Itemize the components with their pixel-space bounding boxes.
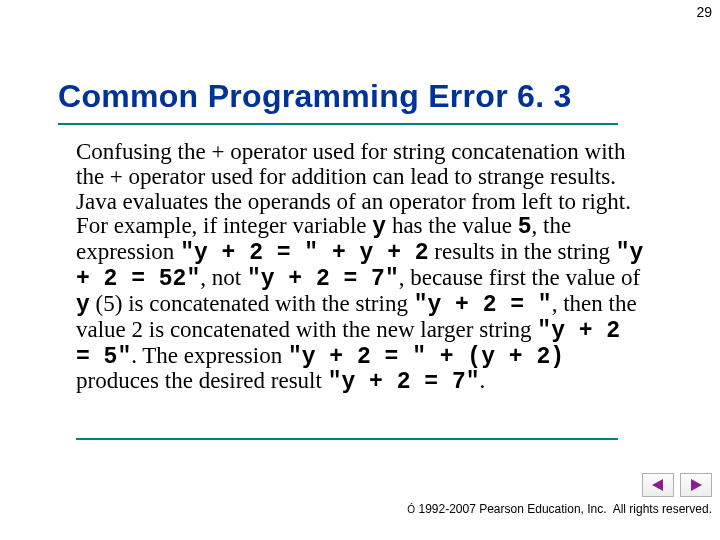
- body-run: , because first the value of: [399, 265, 640, 290]
- code-run: y: [76, 292, 90, 318]
- triangle-right-icon: [689, 478, 703, 492]
- body-text: Confusing the + operator used for string…: [76, 140, 646, 395]
- body-run: results in the string: [429, 239, 616, 264]
- code-run: 5: [518, 214, 532, 240]
- svg-marker-0: [652, 479, 663, 491]
- slide-title: Common Programming Error 6. 3: [58, 78, 572, 115]
- code-run: "y + 2 = " + (y + 2): [288, 344, 564, 370]
- svg-marker-1: [691, 479, 702, 491]
- copyright-footer: Ó 1992-2007 Pearson Education, Inc. All …: [407, 502, 712, 516]
- nav-controls: [642, 473, 712, 497]
- copyright-rights: All rights reserved.: [613, 502, 712, 516]
- code-run: y: [372, 214, 386, 240]
- copyright-symbol: Ó: [407, 504, 415, 515]
- prev-button[interactable]: [642, 473, 674, 497]
- body-run: produces the desired result: [76, 368, 328, 393]
- next-button[interactable]: [680, 473, 712, 497]
- title-underline: [58, 123, 618, 125]
- code-run: "y + 2 = 7": [328, 369, 480, 395]
- body-run: , not: [200, 265, 247, 290]
- body-run: .: [479, 368, 485, 393]
- body-run: has the value: [386, 213, 518, 238]
- copyright-years: 1992-2007 Pearson Education, Inc.: [418, 502, 606, 516]
- page-number: 29: [696, 4, 712, 20]
- code-run: "y + 2 = ": [414, 292, 552, 318]
- body-run: (5) is concatenated with the string: [90, 291, 414, 316]
- slide: 29 Common Programming Error 6. 3 Confusi…: [0, 0, 720, 540]
- body-run: . The expression: [131, 343, 288, 368]
- code-run: "y + 2 = " + y + 2: [180, 240, 428, 266]
- code-run: "y + 2 = 7": [247, 266, 399, 292]
- body-underline: [76, 438, 618, 440]
- triangle-left-icon: [651, 478, 665, 492]
